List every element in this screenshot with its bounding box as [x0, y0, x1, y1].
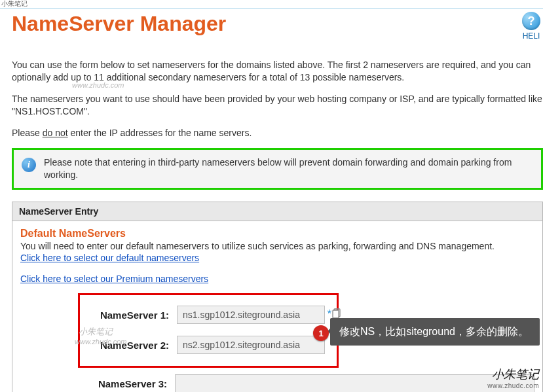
ns2-label: NameServer 2:: [92, 340, 177, 351]
intro-p2: The nameservers you want to use should h…: [12, 93, 543, 118]
panel-head: NameServer Entry: [12, 202, 542, 221]
panel-body: Default NameServers You will need to ent…: [12, 221, 542, 392]
ns1-input[interactable]: [177, 306, 325, 324]
ns-row-3: NameServer 3:: [90, 374, 534, 392]
window-title-small: 小朱笔记: [1, 0, 28, 9]
info-icon: i: [22, 158, 36, 172]
link-default-nameservers[interactable]: Click here to select our default nameser…: [20, 253, 199, 263]
footer-watermark: 小朱笔记 www.zhudc.com: [487, 366, 539, 389]
do-not-underline: do not: [43, 128, 68, 138]
info-text: Please note that entering in third-party…: [44, 156, 532, 181]
annotation-callout: 修改NS，比如siteground，多余的删除。: [330, 318, 540, 346]
help-label: HELI: [522, 31, 540, 41]
intro-p3: Please do not enter the IP addresses for…: [12, 127, 543, 139]
ns3-input[interactable]: [175, 374, 534, 392]
link-premium-nameservers[interactable]: Click here to select our Premium nameser…: [20, 274, 208, 284]
help-block[interactable]: ? HELI: [522, 12, 543, 41]
footer-cn: 小朱笔记: [487, 366, 539, 382]
ns3-label: NameServer 3:: [90, 378, 175, 389]
svg-rect-1: [333, 310, 339, 318]
ns1-label: NameServer 1:: [92, 310, 177, 321]
window-topbar: 小朱笔记: [0, 0, 543, 9]
help-icon[interactable]: ?: [522, 12, 540, 30]
intro-text: You can use the form below to set namese…: [12, 59, 543, 139]
info-box: i Please note that entering in third-par…: [12, 148, 543, 190]
page-title: NameServer Manager: [12, 12, 226, 36]
ns-row-1: NameServer 1: *: [92, 306, 325, 324]
default-ns-heading: Default NameServers: [20, 228, 534, 240]
intro-p1: You can use the form below to set namese…: [12, 59, 543, 84]
ns2-input[interactable]: [177, 336, 325, 354]
ns-form-highlight: NameServer 1: * NameServer 2:: [78, 293, 339, 368]
ns-row-2: NameServer 2:: [92, 336, 325, 354]
footer-url: www.zhudc.com: [487, 382, 539, 389]
nameserver-entry-panel: NameServer Entry Default NameServers You…: [12, 202, 543, 392]
annotation-badge-1: 1: [313, 325, 329, 341]
default-ns-text: You will need to enter our default names…: [20, 241, 534, 251]
